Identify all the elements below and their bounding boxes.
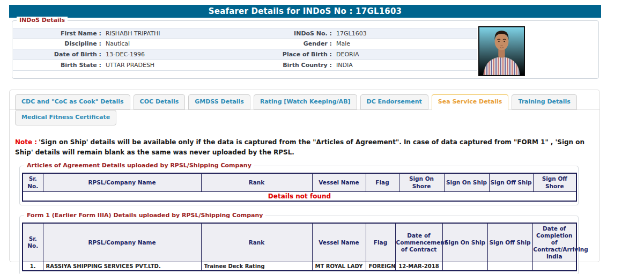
indos-details-grid: First Name : RISHABH TRIPATHI INDoS No. … [13, 28, 477, 71]
tab-dc-endorsement[interactable]: DC Endorsement [360, 94, 428, 110]
cell-vessel: MT ROYAL LADY [312, 262, 366, 271]
column-header-sign-on-ship: Sign On Ship [444, 173, 489, 191]
cell-company: RASSIYA SHIPPING SERVICES PVT.LTD. [43, 262, 201, 271]
note-text: 'Sign on Ship' details will be available… [15, 138, 584, 156]
table-row: 1. RASSIYA SHIPPING SERVICES PVT.LTD. Tr… [23, 262, 576, 271]
form1-table: Sr. No. RPSL/Company Name Rank Vessel Na… [22, 223, 577, 272]
birth-country-label: Birth Country : [276, 60, 332, 70]
table-header-row: Sr. No. RPSL/Company Name Rank Vessel Na… [23, 173, 576, 191]
page-title: Seafarer Details for INDoS No : 17GL1603 [9, 5, 601, 18]
first-name-value: RISHABH TRIPATHI [101, 28, 276, 38]
column-header-sign-on-ship: Sign On Ship [442, 223, 487, 262]
cell-rank: Trainee Deck Rating [201, 262, 312, 271]
column-header-date-of-commencement: Date of Commencement of Contract [395, 223, 442, 262]
column-header-company: RPSL/Company Name [43, 223, 201, 262]
tab-coc-details[interactable]: COC Details [134, 94, 186, 110]
birth-country-value: INDIA [332, 60, 477, 70]
cell-date-completion [532, 262, 576, 271]
detail-row: Date of Birth : 13-DEC-1996 Place of Bir… [13, 49, 477, 60]
date-of-birth-label: Date of Birth : [13, 49, 101, 60]
tab-gmdss-details[interactable]: GMDSS Details [188, 94, 250, 110]
articles-of-agreement-section: Articles of Agreement Details uploaded b… [19, 166, 579, 205]
column-header-sign-off-ship: Sign Off Ship [487, 223, 532, 262]
column-header-sr-no: Sr. No. [23, 223, 43, 262]
table-header-row: Sr. No. RPSL/Company Name Rank Vessel Na… [23, 223, 576, 262]
tab-rating-watch-keeping-ab[interactable]: Rating [Watch Keeping/AB] [254, 94, 357, 110]
column-header-rank: Rank [201, 223, 312, 262]
column-header-sign-off-ship: Sign Off Ship [489, 173, 533, 191]
discipline-value: Nautical [101, 39, 276, 49]
indos-details-legend: INDoS Details [17, 17, 68, 24]
detail-row: Birth State : UTTAR PRADESH Birth Countr… [13, 60, 477, 71]
column-header-sr-no: Sr. No. [23, 173, 43, 191]
form1-section: Form 1 (Earlier Form IIIA) Details uploa… [19, 216, 579, 274]
seafarer-tabs-panel: CDC and "CoC as Cook" Details COC Detail… [9, 90, 600, 262]
column-header-sign-on-shore: Sign On Shore [399, 173, 444, 191]
indos-no-label: INDoS No. : [276, 28, 332, 38]
column-header-date-of-completion: Date of Completion of Contract/Arriving … [532, 223, 576, 262]
sign-on-ship-note: Note :'Sign on Ship' details will be ava… [15, 137, 590, 158]
cell-sign-on-ship [442, 262, 487, 271]
place-of-birth-value: DEORIA [332, 49, 477, 60]
column-header-company: RPSL/Company Name [43, 173, 201, 191]
column-header-vessel: Vessel Name [312, 173, 366, 191]
indos-details-section: INDoS Details First Name : RISHABH TRIPA… [12, 20, 599, 79]
column-header-flag: Flag [366, 223, 395, 262]
form1-legend: Form 1 (Earlier Form IIIA) Details uploa… [24, 212, 265, 219]
tab-medical-fitness-certificate[interactable]: Medical Fitness Certificate [15, 110, 116, 125]
first-name-label: First Name : [13, 28, 101, 38]
details-not-found-message: Details not found [23, 191, 576, 201]
gender-label: Gender : [276, 39, 332, 49]
detail-row: First Name : RISHABH TRIPATHI INDoS No. … [13, 28, 477, 39]
detail-row: Discipline : Nautical Gender : Male [13, 39, 477, 49]
column-header-flag: Flag [366, 173, 399, 191]
articles-of-agreement-table: Sr. No. RPSL/Company Name Rank Vessel Na… [22, 173, 577, 201]
articles-of-agreement-legend: Articles of Agreement Details uploaded b… [24, 162, 254, 169]
note-prefix: Note : [15, 138, 37, 146]
tab-cdc-coc-as-cook-details[interactable]: CDC and "CoC as Cook" Details [15, 94, 130, 110]
tab-training-details[interactable]: Training Details [512, 94, 576, 110]
cell-date-commencement: 12-MAR-2018 [395, 262, 442, 271]
date-of-birth-value: 13-DEC-1996 [101, 49, 276, 60]
table-row: Details not found [23, 191, 576, 201]
cell-flag: FOREIGN [366, 262, 395, 271]
gender-value: Male [332, 39, 477, 49]
place-of-birth-label: Place of Birth : [276, 49, 332, 60]
indos-no-value: 17GL1603 [332, 28, 477, 38]
tab-strip-row-2: Medical Fitness Certificate [10, 110, 599, 125]
birth-state-value: UTTAR PRADESH [101, 60, 276, 70]
birth-state-label: Birth State : [13, 60, 101, 70]
column-header-rank: Rank [201, 173, 312, 191]
cell-sign-off-ship [487, 262, 532, 271]
column-header-sign-off-shore: Sign Off Shore [533, 173, 576, 191]
tab-sea-service-details[interactable]: Sea Service Details [432, 94, 509, 110]
discipline-label: Discipline : [13, 39, 101, 49]
column-header-vessel: Vessel Name [312, 223, 366, 262]
tab-strip-row-1: CDC and "CoC as Cook" Details COC Detail… [10, 90, 599, 110]
seafarer-photo [478, 26, 525, 76]
cell-sr-no: 1. [23, 262, 43, 271]
